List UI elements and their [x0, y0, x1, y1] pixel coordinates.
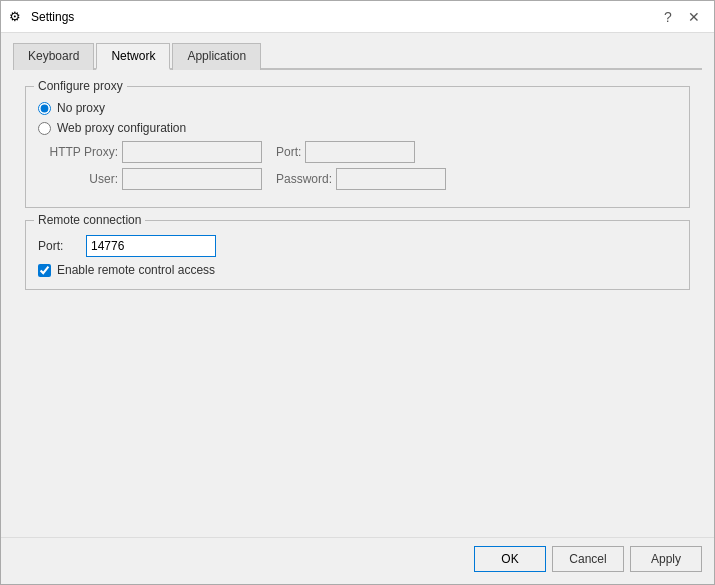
cancel-button[interactable]: Cancel — [552, 546, 624, 572]
enable-remote-row: Enable remote control access — [38, 263, 677, 277]
close-button[interactable]: ✕ — [682, 7, 706, 27]
http-port-label: Port: — [276, 145, 301, 159]
content-area: Keyboard Network Application Configure p… — [1, 33, 714, 537]
http-port-input[interactable] — [305, 141, 415, 163]
tab-bar: Keyboard Network Application — [13, 41, 702, 70]
user-input[interactable] — [122, 168, 262, 190]
web-proxy-row: Web proxy configuration — [38, 121, 677, 135]
apply-button[interactable]: Apply — [630, 546, 702, 572]
window-title: Settings — [31, 10, 74, 24]
remote-connection-group: Remote connection Port: Enable remote co… — [25, 220, 690, 290]
user-label: User: — [38, 172, 118, 186]
remote-port-row: Port: — [38, 235, 677, 257]
tab-keyboard[interactable]: Keyboard — [13, 43, 94, 70]
remote-port-input[interactable] — [86, 235, 216, 257]
user-password-row: User: Password: — [38, 168, 677, 190]
settings-window: ⚙ Settings ? ✕ Keyboard Network Applicat… — [0, 0, 715, 585]
main-area: Configure proxy No proxy Web proxy confi… — [13, 70, 702, 525]
help-button[interactable]: ? — [656, 7, 680, 27]
web-proxy-label: Web proxy configuration — [57, 121, 186, 135]
configure-proxy-group: Configure proxy No proxy Web proxy confi… — [25, 86, 690, 208]
http-proxy-input[interactable] — [122, 141, 262, 163]
titlebar-controls: ? ✕ — [656, 7, 706, 27]
enable-remote-label: Enable remote control access — [57, 263, 215, 277]
configure-proxy-title: Configure proxy — [34, 79, 127, 93]
titlebar-left: ⚙ Settings — [9, 9, 74, 25]
password-input[interactable] — [336, 168, 446, 190]
app-icon: ⚙ — [9, 9, 25, 25]
no-proxy-row: No proxy — [38, 101, 677, 115]
enable-remote-checkbox[interactable] — [38, 264, 51, 277]
footer: OK Cancel Apply — [1, 537, 714, 584]
no-proxy-label: No proxy — [57, 101, 105, 115]
titlebar: ⚙ Settings ? ✕ — [1, 1, 714, 33]
no-proxy-radio[interactable] — [38, 102, 51, 115]
ok-button[interactable]: OK — [474, 546, 546, 572]
remote-connection-title: Remote connection — [34, 213, 145, 227]
proxy-options: No proxy Web proxy configuration HTTP Pr… — [38, 101, 677, 190]
password-label: Password: — [276, 172, 332, 186]
tab-network[interactable]: Network — [96, 43, 170, 70]
tab-application[interactable]: Application — [172, 43, 261, 70]
remote-options: Port: Enable remote control access — [38, 235, 677, 277]
web-proxy-radio[interactable] — [38, 122, 51, 135]
http-proxy-row: HTTP Proxy: Port: — [38, 141, 677, 163]
remote-port-label: Port: — [38, 239, 78, 253]
http-proxy-label: HTTP Proxy: — [38, 145, 118, 159]
